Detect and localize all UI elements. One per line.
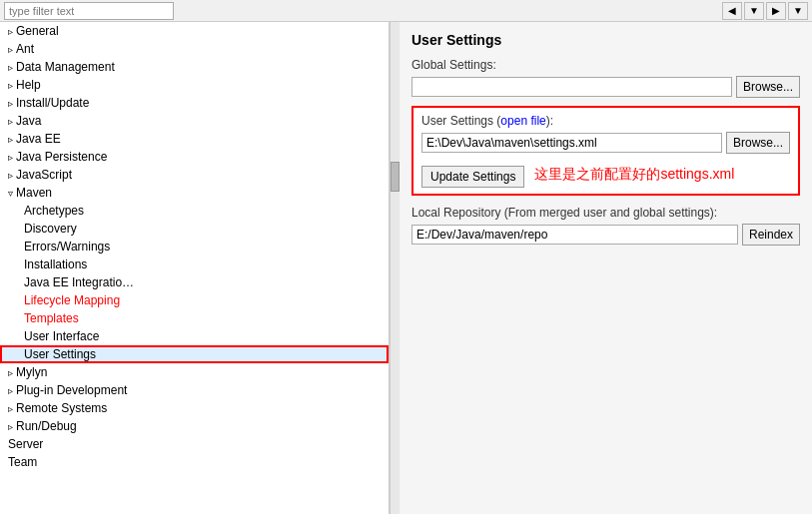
sidebar-item-discovery[interactable]: Discovery [0,220,389,238]
arrow-icon: ▹ [8,170,13,181]
arrow-icon: ▹ [8,367,13,378]
user-settings-path-row: Browse... [421,132,790,154]
arrow-icon: ▹ [8,26,13,37]
reindex-button[interactable]: Reindex [742,224,800,246]
arrow-icon: ▹ [8,80,13,91]
nav-dropdown-button[interactable]: ▼ [744,2,764,20]
sidebar-item-run-debug[interactable]: ▹ Run/Debug [0,417,389,435]
sidebar-label: Archetypes [24,204,84,218]
sidebar-item-javascript[interactable]: ▹ JavaScript [0,166,389,184]
sidebar-item-plugin-development[interactable]: ▹ Plug-in Development [0,381,389,399]
sidebar-label: Errors/Warnings [24,240,110,254]
sidebar-label: Help [16,78,41,92]
sidebar-item-general[interactable]: ▹ General [0,22,389,40]
sidebar-item-lifecycle-mapping[interactable]: Lifecycle Mapping [0,291,389,309]
annotation-text: 这里是之前配置好的settings.xml [534,166,734,184]
sidebar-item-java-persistence[interactable]: ▹ Java Persistence [0,148,389,166]
sidebar-item-installations[interactable]: Installations [0,256,389,273]
sidebar-label: Maven [16,186,52,200]
sidebar-label: Lifecycle Mapping [24,293,120,307]
sidebar-item-server[interactable]: Server [0,435,389,453]
sidebar-label: Templates [24,311,79,325]
sidebar-label: Install/Update [16,96,89,110]
sidebar-item-ant[interactable]: ▹ Ant [0,40,389,58]
sidebar-item-user-settings[interactable]: User Settings [0,345,389,363]
sidebar-label: Java [16,114,41,128]
sidebar-label: Remote Systems [16,401,107,415]
sidebar-label: Team [8,455,37,469]
sidebar-item-install-update[interactable]: ▹ Install/Update [0,94,389,112]
user-settings-file-label: User Settings (open file): [421,114,790,128]
sidebar-item-mylyn[interactable]: ▹ Mylyn [0,363,389,381]
sidebar-label: JavaScript [16,168,72,182]
global-settings-input[interactable] [411,77,732,97]
user-settings-suffix: ): [546,114,553,128]
sidebar-label: Run/Debug [16,419,77,433]
arrow-icon: ▹ [8,421,13,432]
local-repo-input[interactable] [411,225,738,245]
sidebar-label: Server [8,437,43,451]
nav-forward-button[interactable]: ▶ [766,2,786,20]
scrollbar-thumb[interactable] [391,162,400,192]
sidebar-label: Java EE [16,132,61,146]
nav-forward-dropdown-button[interactable]: ▼ [788,2,808,20]
user-settings-browse-button[interactable]: Browse... [726,132,790,154]
update-settings-button[interactable]: Update Settings [421,166,524,188]
sidebar-item-data-management[interactable]: ▹ Data Management [0,58,389,76]
sidebar-item-templates[interactable]: Templates [0,309,389,327]
sidebar-label: User Settings [24,347,96,361]
arrow-icon: ▹ [8,152,13,163]
sidebar-item-java-ee-integration[interactable]: Java EE Integratio… [0,273,389,291]
sidebar-label: Installations [24,257,87,271]
sidebar-item-java-ee[interactable]: ▹ Java EE [0,130,389,148]
user-settings-prefix: User Settings ( [421,114,500,128]
main-area: ▹ General ▹ Ant ▹ Data Management ▹ Help… [0,22,812,514]
top-bar: ◀ ▼ ▶ ▼ [0,0,812,22]
sidebar-label: Plug-in Development [16,383,127,397]
filter-input[interactable] [4,2,174,20]
local-repo-section: Local Repository (From merged user and g… [411,206,800,246]
user-settings-box: User Settings (open file): Browse... Upd… [411,106,800,196]
arrow-icon: ▹ [8,134,13,145]
sidebar-item-maven[interactable]: ▿ Maven [0,184,389,202]
arrow-icon: ▹ [8,44,13,55]
nav-buttons: ◀ ▼ ▶ ▼ [722,2,808,20]
arrow-icon: ▹ [8,62,13,73]
sidebar-item-archetypes[interactable]: Archetypes [0,202,389,220]
user-settings-input[interactable] [421,133,722,153]
arrow-icon: ▹ [8,116,13,127]
sidebar-item-user-interface[interactable]: User Interface [0,327,389,345]
sidebar-label: Data Management [16,60,115,74]
arrow-icon: ▹ [8,98,13,109]
sidebar-item-errors-warnings[interactable]: Errors/Warnings [0,238,389,256]
sidebar-item-remote-systems[interactable]: ▹ Remote Systems [0,399,389,417]
sidebar-label: Java EE Integratio… [24,275,134,289]
page-title: User Settings [411,32,800,48]
sidebar-item-java[interactable]: ▹ Java [0,112,389,130]
sidebar-label: General [16,24,59,38]
arrow-icon: ▹ [8,385,13,396]
arrow-icon: ▹ [8,403,13,414]
sidebar-label: Ant [16,42,34,56]
open-file-link[interactable]: open file [500,114,545,128]
sidebar: ▹ General ▹ Ant ▹ Data Management ▹ Help… [0,22,390,514]
sidebar-item-help[interactable]: ▹ Help [0,76,389,94]
local-repo-row: Reindex [411,224,800,246]
update-row: Update Settings 这里是之前配置好的settings.xml [421,162,790,188]
content-area: User Settings Global Settings: Browse...… [400,22,812,514]
global-settings-row: Browse... [411,76,800,98]
sidebar-label: Java Persistence [16,150,107,164]
sidebar-item-team[interactable]: Team [0,453,389,471]
sidebar-label: User Interface [24,329,99,343]
sidebar-label: Mylyn [16,365,47,379]
nav-back-button[interactable]: ◀ [722,2,742,20]
sidebar-scrollbar[interactable] [390,22,400,514]
global-browse-button[interactable]: Browse... [736,76,800,98]
sidebar-label: Discovery [24,222,77,236]
local-repo-label: Local Repository (From merged user and g… [411,206,800,220]
global-settings-label: Global Settings: [411,58,800,72]
arrow-icon: ▿ [8,188,13,199]
